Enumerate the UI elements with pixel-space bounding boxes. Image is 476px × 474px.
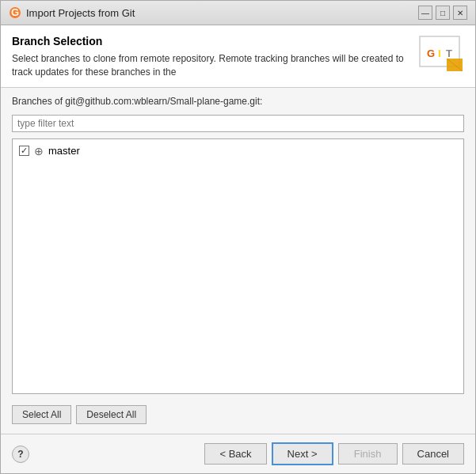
- next-button[interactable]: Next >: [272, 442, 333, 465]
- branch-icon: ⊕: [34, 145, 44, 157]
- finish-button[interactable]: Finish: [338, 443, 398, 465]
- dialog-icon: G: [9, 6, 21, 19]
- footer-section: ? < Back Next > Finish Cancel: [1, 434, 475, 473]
- git-logo-svg: G I T: [418, 35, 464, 73]
- title-bar: G Import Projects from Git — □ ✕: [1, 1, 475, 25]
- minimize-button[interactable]: —: [418, 6, 432, 20]
- help-button[interactable]: ?: [12, 446, 29, 463]
- svg-text:I: I: [438, 47, 441, 59]
- header-section: Branch Selection Select branches to clon…: [1, 25, 475, 88]
- filter-input[interactable]: [12, 115, 464, 132]
- close-button[interactable]: ✕: [453, 6, 467, 20]
- section-description: Select branches to clone from remote rep…: [12, 52, 410, 79]
- select-all-button[interactable]: Select All: [12, 405, 71, 424]
- svg-text:T: T: [446, 47, 452, 59]
- branch-checkbox[interactable]: [19, 146, 29, 156]
- content-section: Branches of git@github.com:wblearn/Small…: [1, 88, 475, 434]
- select-buttons: Select All Deselect All: [12, 400, 464, 426]
- header-text: Branch Selection Select branches to clon…: [12, 35, 410, 79]
- cancel-button[interactable]: Cancel: [402, 443, 464, 465]
- branches-label: Branches of git@github.com:wblearn/Small…: [12, 96, 464, 107]
- back-button[interactable]: < Back: [204, 443, 266, 465]
- git-logo: G I T: [418, 35, 464, 73]
- branch-list: ⊕ master: [12, 138, 464, 394]
- window-controls: — □ ✕: [418, 6, 467, 20]
- dialog-window: G Import Projects from Git — □ ✕ Branch …: [0, 0, 476, 474]
- svg-text:G: G: [11, 6, 19, 18]
- branch-name: master: [48, 145, 80, 157]
- svg-text:G: G: [427, 47, 435, 59]
- dialog-title: Import Projects from Git: [26, 7, 413, 19]
- section-title: Branch Selection: [12, 35, 410, 47]
- maximize-button[interactable]: □: [436, 6, 450, 20]
- branch-item[interactable]: ⊕ master: [13, 142, 463, 160]
- deselect-all-button[interactable]: Deselect All: [76, 405, 147, 424]
